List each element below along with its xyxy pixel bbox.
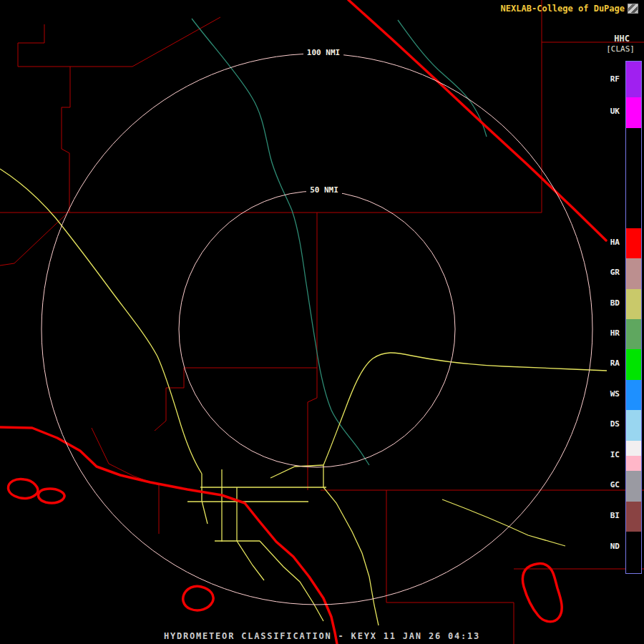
river bbox=[192, 19, 369, 465]
legend-segment-WS bbox=[626, 380, 641, 410]
legend-segment-IC-pink bbox=[626, 456, 641, 471]
county-line bbox=[308, 368, 317, 490]
legend-label-ds: DS bbox=[598, 419, 620, 429]
cod-logo-icon bbox=[628, 4, 638, 14]
legend-label-ha: HA bbox=[598, 238, 620, 247]
county-lines bbox=[0, 0, 644, 644]
road bbox=[260, 541, 323, 621]
river bbox=[398, 20, 487, 137]
ring-label-50nmi: 50 NMI bbox=[310, 185, 338, 195]
legend-segment-BI bbox=[626, 502, 641, 532]
road bbox=[202, 474, 208, 524]
legend-segment-HA bbox=[626, 228, 641, 258]
product-caption: HYDROMETEOR CLASSIFICATION - KEYX 11 JAN… bbox=[0, 631, 644, 641]
legend-segment-UK bbox=[626, 97, 641, 128]
legend-label-bd: BD bbox=[598, 298, 620, 308]
legend-color-bar bbox=[625, 61, 642, 574]
interstate bbox=[348, 0, 606, 240]
legend-label-ws: WS bbox=[598, 389, 620, 399]
legend-label-gc: GC bbox=[598, 480, 620, 489]
radar-map: 100 NMI 50 NMI bbox=[0, 0, 644, 644]
legend-segment-GR bbox=[626, 258, 641, 289]
road bbox=[323, 465, 379, 625]
ring-label-100nmi: 100 NMI bbox=[307, 48, 340, 57]
county-line bbox=[62, 67, 70, 213]
lake-outline bbox=[522, 563, 562, 621]
interstate-lines bbox=[0, 0, 606, 644]
legend-segment-GC bbox=[626, 471, 641, 502]
legend-segment-DS bbox=[626, 410, 641, 441]
legend-segment-BD bbox=[626, 289, 641, 319]
range-ring-labels: 100 NMI 50 NMI bbox=[303, 47, 343, 195]
legend-title: HHC bbox=[614, 34, 630, 44]
legend-label-bi: BI bbox=[598, 511, 620, 520]
legend-segment-RA bbox=[626, 349, 641, 380]
legend-label-ic: IC bbox=[598, 450, 620, 459]
lake-outline bbox=[183, 586, 213, 610]
legend-segment-ND bbox=[626, 532, 641, 573]
interstate bbox=[0, 427, 337, 644]
legend-subtitle: [CLAS] bbox=[606, 44, 635, 54]
lake-outline bbox=[38, 489, 64, 503]
legend-label-uk: UK bbox=[598, 107, 620, 116]
legend-label-nd: ND bbox=[598, 542, 620, 551]
road bbox=[237, 541, 264, 580]
attribution-title: NEXLAB-College of DuPage bbox=[501, 4, 625, 14]
legend-segment-gap bbox=[626, 128, 641, 228]
road-lines bbox=[0, 169, 607, 625]
legend-label-rf: RF bbox=[598, 74, 620, 84]
lake-outline bbox=[8, 479, 37, 499]
county-line bbox=[386, 490, 514, 644]
legend-segment-IC-light bbox=[626, 441, 641, 456]
county-line bbox=[18, 17, 220, 67]
legend-label-hr: HR bbox=[598, 328, 620, 338]
road bbox=[442, 499, 565, 546]
radar-display: 100 NMI 50 NMI NEXLAB-College of DuPage … bbox=[0, 0, 644, 644]
legend-segment-HR bbox=[626, 319, 641, 349]
legend-segment-RF bbox=[626, 62, 641, 97]
legend-label-ra: RA bbox=[598, 358, 620, 368]
legend-label-gr: GR bbox=[598, 268, 620, 277]
road bbox=[323, 353, 607, 465]
